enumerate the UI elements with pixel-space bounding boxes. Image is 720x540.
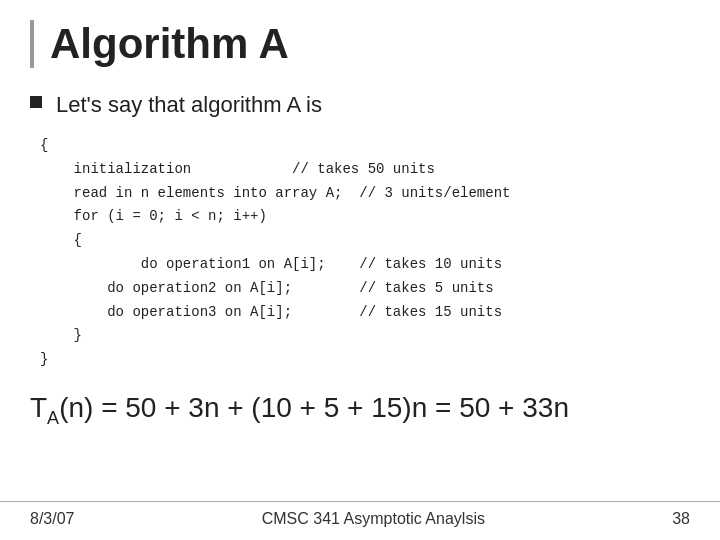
slide-title: Algorithm A [30,20,690,68]
formula-expression: (n) = 50 + 3n + (10 + 5 + 15)n = 50 + 33… [59,392,569,423]
bullet-icon [30,96,42,108]
code-line-3: read in n elements into array A; // 3 un… [40,182,690,206]
formula-row: TA(n) = 50 + 3n + (10 + 5 + 15)n = 50 + … [30,390,690,430]
code-block: { initialization // takes 50 units read … [40,134,690,372]
code-line-6: do operation1 on A[i]; // takes 10 units [40,253,690,277]
code-line-9: } [40,324,690,348]
bullet-row: Let's say that algorithm A is [30,90,690,120]
slide: Algorithm A Let's say that algorithm A i… [0,0,720,540]
code-line-8: do operation3 on A[i]; // takes 15 units [40,301,690,325]
footer-date: 8/3/07 [30,510,74,528]
code-line-4: for (i = 0; i < n; i++) [40,205,690,229]
bullet-text: Let's say that algorithm A is [56,90,322,120]
code-line-1: { [40,134,690,158]
formula: TA(n) = 50 + 3n + (10 + 5 + 15)n = 50 + … [30,392,569,423]
footer-page: 38 [672,510,690,528]
formula-subscript: A [47,408,59,428]
footer-course: CMSC 341 Asymptotic Anaylsis [262,510,485,528]
code-line-7: do operation2 on A[i]; // takes 5 units [40,277,690,301]
code-line-5: { [40,229,690,253]
code-line-2: initialization // takes 50 units [40,158,690,182]
footer: 8/3/07 CMSC 341 Asymptotic Anaylsis 38 [0,501,720,528]
code-line-10: } [40,348,690,372]
